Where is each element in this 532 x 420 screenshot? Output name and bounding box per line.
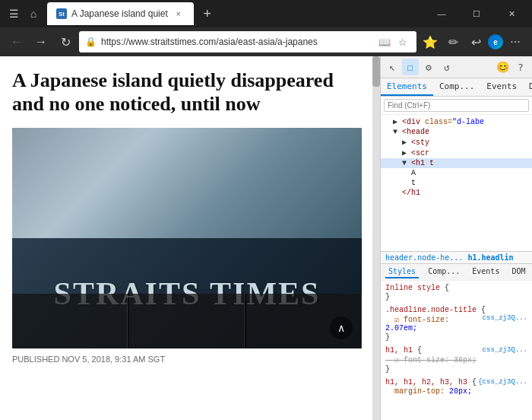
close-button[interactable]: ✕	[494, 0, 529, 27]
read-icon[interactable]: 📖	[377, 34, 392, 49]
browser-menu-icon[interactable]: ☰	[6, 8, 21, 20]
h1-rule-close: }	[385, 365, 527, 374]
devtools-help-button[interactable]: ?	[512, 59, 529, 75]
browser-window: ☰ ⌂ St A Japanese island quiet × + — ☐ ✕…	[0, 0, 532, 420]
edge-icon: e	[488, 34, 503, 49]
find-input[interactable]	[384, 99, 529, 112]
h-multi-rule-section: h1, h1, h2, h3, h3 { {css_zj3Q... margin…	[385, 378, 527, 396]
tree-node-div[interactable]: ▶ <div class="d-labe	[381, 116, 532, 127]
tree-node-h1[interactable]: ▼ <h1 t	[381, 158, 532, 168]
more-button[interactable]: ···	[505, 31, 526, 52]
breadcrumb-h1[interactable]: h1.headlin	[467, 253, 513, 262]
refresh-button[interactable]: ↻	[55, 31, 76, 52]
scrollbar-thumb[interactable]	[372, 56, 380, 87]
share-button[interactable]: ↩	[465, 31, 486, 52]
address-bar-row: ← → ↻ 🔒 https://www.straitstimes.com/asi…	[0, 27, 532, 56]
maximize-button[interactable]: ☐	[459, 0, 494, 27]
tree-node-script[interactable]: ▶ <scr	[381, 148, 532, 158]
article-footer: PUBLISHED NOV 5, 2018, 9:31 AM SGT	[12, 348, 368, 370]
favorite-icon[interactable]: ☆	[395, 34, 410, 49]
devtools-inspect-button[interactable]: ↖	[384, 59, 401, 75]
headline-rule-header: .headline.node-title { css_zj3Q...	[385, 306, 527, 314]
new-tab-button[interactable]: +	[197, 3, 218, 24]
address-bar-icons: 📖 ☆	[377, 34, 410, 49]
tab-bar: ☰ ⌂ St A Japanese island quiet × + — ☐ ✕	[0, 0, 532, 27]
inline-style-close: }	[385, 293, 527, 301]
newspaper-bottom-strip	[12, 294, 362, 349]
dom-tree[interactable]: ▶ <div class="d-labe ▼ <heade ▶ <sty ▶ <…	[381, 115, 532, 251]
devtools-toolbar: ↖ ☐ ⚙ ↺ 😊 ?	[381, 56, 532, 78]
h1-rule-section: h1, h1 { css_zj3Q... ☑ font-size: 36px; …	[385, 346, 527, 374]
forward-button[interactable]: →	[30, 31, 52, 52]
main-area: A Japanese island quietly disappeared an…	[0, 56, 532, 420]
headline-rule-section: .headline.node-title { css_zj3Q... ☑ fon…	[385, 306, 527, 342]
devtools-settings-button[interactable]: ⚙	[420, 59, 437, 75]
favorites-button[interactable]: ⭐	[420, 31, 441, 52]
devtools-element-button[interactable]: ☐	[402, 59, 419, 75]
styles-tab-bar: Styles Comp... Events DOM	[381, 263, 532, 280]
events-tab[interactable]: Events	[469, 266, 502, 278]
tree-node-close-h1[interactable]: </h1	[381, 188, 532, 198]
active-tab[interactable]: St A Japanese island quiet ×	[47, 2, 194, 25]
tab-bar-icons: ☰ ⌂	[3, 8, 44, 20]
tree-node-header[interactable]: ▼ <heade	[381, 127, 532, 137]
h1-rule-header: h1, h1 { css_zj3Q...	[385, 346, 527, 355]
headline-rule-close: }	[385, 333, 527, 342]
tree-node-text-a[interactable]: A	[381, 168, 532, 178]
tree-node-text-t[interactable]: t	[381, 178, 532, 188]
strip-item-2	[129, 294, 245, 349]
styles-panel: Inline style { } .headline.node-title { …	[381, 280, 532, 420]
strip-item-1	[12, 294, 128, 349]
devtools-emoji: 😊	[494, 59, 511, 75]
tree-node-style[interactable]: ▶ <sty	[381, 137, 532, 148]
devtools-panel: ↖ ☐ ⚙ ↺ 😊 ? Elements Comp... Events DOM	[380, 56, 532, 420]
inline-style-header: Inline style {	[385, 284, 527, 292]
styles-tab[interactable]: Styles	[385, 266, 419, 278]
tab-elements[interactable]: Elements	[381, 78, 433, 96]
breadcrumb-header[interactable]: header.node-he...	[385, 253, 463, 262]
h-margin-top: margin-top: 20px;	[385, 387, 527, 396]
minimize-button[interactable]: —	[424, 0, 459, 27]
tab-title: A Japanese island quiet	[71, 8, 168, 19]
vertical-scrollbar[interactable]	[372, 56, 380, 420]
h1-font-size: ☑ font-size: 36px;	[385, 355, 527, 364]
devtools-breadcrumb: header.node-he... h1.headlin	[381, 251, 532, 263]
article-title: A Japanese island quietly disappeared an…	[12, 68, 368, 116]
address-bar[interactable]: 🔒 https://www.straitstimes.com/asia/east…	[79, 31, 416, 52]
notes-button[interactable]: ✏	[442, 31, 464, 52]
tab-favicon: St	[56, 8, 67, 19]
url-text: https://www.straitstimes.com/asia/east-a…	[101, 37, 372, 47]
computed-tab[interactable]: Comp...	[425, 266, 463, 278]
h-multi-rule-header: h1, h1, h2, h3, h3 { {css_zj3Q...	[385, 378, 527, 387]
tab-computed[interactable]: Comp...	[433, 78, 480, 96]
newspaper-visual: STRAITS TIMES	[12, 128, 362, 348]
find-bar	[381, 97, 532, 115]
devtools-refresh-button[interactable]: ↺	[439, 59, 455, 75]
newspaper-top	[12, 128, 362, 250]
inline-style-section: Inline style { }	[385, 284, 527, 301]
home-icon[interactable]: ⌂	[26, 8, 41, 20]
devtools-tabs: Elements Comp... Events DOM	[381, 78, 532, 97]
webpage-content: A Japanese island quietly disappeared an…	[0, 56, 380, 420]
tab-close-button[interactable]: ×	[173, 8, 185, 20]
article-image: STRAITS TIMES ∧	[12, 128, 362, 348]
tab-dom[interactable]: DOM	[523, 78, 532, 96]
tab-events[interactable]: Events	[480, 78, 523, 96]
lock-icon: 🔒	[85, 37, 97, 47]
article-content: A Japanese island quietly disappeared an…	[0, 56, 380, 370]
back-button[interactable]: ←	[6, 31, 27, 52]
dom-tab[interactable]: DOM	[508, 266, 528, 278]
browser-toolbar: ⭐ ✏ ↩ e ···	[420, 31, 526, 52]
